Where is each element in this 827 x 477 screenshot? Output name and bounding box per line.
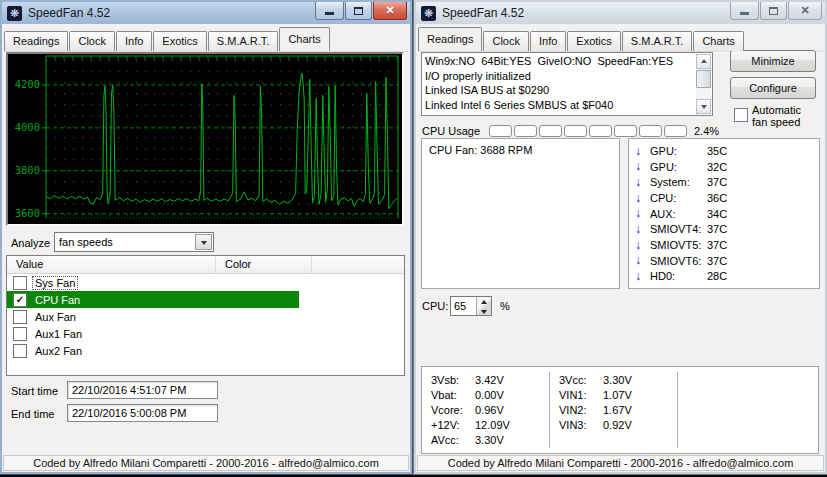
scrollbar[interactable] bbox=[696, 54, 711, 114]
down-arrow-icon: ↓ bbox=[635, 160, 650, 173]
close-icon: ✕ bbox=[385, 5, 394, 16]
voltage-value: 3.30V bbox=[475, 434, 504, 446]
voltage-label: VIN2: bbox=[559, 404, 603, 416]
titlebar[interactable]: ❋ SpeedFan 4.52 ✕ bbox=[2, 2, 410, 24]
window-client-area: ReadingsClockInfoExoticsS.M.A.R.T.Charts… bbox=[416, 24, 825, 472]
tab-info[interactable]: Info bbox=[116, 31, 152, 51]
chevron-down-icon bbox=[201, 241, 207, 248]
minimize-icon bbox=[325, 12, 334, 15]
tab-charts[interactable]: Charts bbox=[693, 31, 743, 51]
column-header-color[interactable]: Color bbox=[216, 256, 312, 273]
temperature-row: ↓SMIOVT4:37C bbox=[635, 221, 813, 237]
voltage-row: VIN2:1.67V bbox=[559, 402, 677, 417]
minimize-window-button[interactable] bbox=[730, 2, 759, 20]
cpu-usage-segment bbox=[489, 125, 512, 137]
tab-charts[interactable]: Charts bbox=[279, 27, 329, 51]
maximize-icon bbox=[354, 7, 363, 15]
column-header-blank[interactable] bbox=[312, 256, 404, 273]
log-line: Linked Intel 6 Series SMBUS at $F040 bbox=[425, 98, 695, 113]
temperature-value: 37C bbox=[707, 255, 727, 267]
temperature-value: 28C bbox=[707, 270, 727, 282]
voltage-label: AVcc: bbox=[431, 434, 475, 446]
speedfan-app-icon: ❋ bbox=[7, 6, 22, 21]
temperature-row: ↓GPU:35C bbox=[635, 143, 813, 159]
tab-exotics[interactable]: Exotics bbox=[567, 31, 620, 51]
svg-text:4200: 4200 bbox=[15, 78, 40, 90]
status-log[interactable]: Win9x:NO 64Bit:YES GiveIO:NO SpeedFan:YE… bbox=[421, 52, 713, 116]
down-arrow-icon: ↓ bbox=[635, 223, 650, 236]
list-item[interactable]: Aux Fan bbox=[7, 308, 404, 325]
scrollbar-thumb[interactable] bbox=[696, 70, 711, 88]
voltage-label: VIN3: bbox=[559, 419, 603, 431]
voltage-value: 0.96V bbox=[475, 404, 504, 416]
voltage-row: VIN1:1.07V bbox=[559, 387, 677, 402]
maximize-icon bbox=[769, 7, 778, 15]
tab-exotics[interactable]: Exotics bbox=[153, 31, 206, 51]
end-time-field[interactable]: 22/10/2016 5:00:08 PM bbox=[67, 404, 218, 422]
tab-info[interactable]: Info bbox=[530, 31, 566, 51]
combobox-dropdown-button[interactable] bbox=[195, 234, 212, 250]
automatic-fan-speed-checkbox[interactable] bbox=[734, 108, 748, 122]
analyze-combobox-value: fan speeds bbox=[55, 236, 195, 248]
temperature-panel: ↓GPU:35C↓GPU:32C↓System:37C↓CPU:36C↓AUX:… bbox=[628, 138, 820, 289]
analyze-combobox[interactable]: fan speeds bbox=[54, 232, 214, 252]
tab-readings[interactable]: Readings bbox=[4, 31, 68, 51]
voltage-column-2: 3Vcc:3.30VVIN1:1.07VVIN2:1.67VVIN3:0.92V bbox=[550, 372, 678, 448]
tab-smart[interactable]: S.M.A.R.T. bbox=[208, 31, 279, 51]
fan-speed-chart[interactable]: 3600380040004200 bbox=[8, 54, 402, 224]
voltage-row: AVcc:3.30V bbox=[431, 433, 549, 448]
temperature-row: ↓CPU:36C bbox=[635, 190, 813, 206]
minimize-window-button[interactable] bbox=[315, 2, 344, 20]
checkbox-checked[interactable]: ✓ bbox=[13, 293, 27, 307]
close-window-button[interactable]: ✕ bbox=[788, 2, 822, 20]
list-item[interactable]: Sys Fan bbox=[7, 274, 404, 291]
voltage-value: 1.07V bbox=[603, 389, 632, 401]
down-arrow-icon: ↓ bbox=[635, 145, 650, 158]
status-bar: Coded by Alfredo Milani Comparetti - 200… bbox=[417, 455, 824, 471]
maximize-window-button[interactable] bbox=[760, 2, 787, 20]
spinner-buttons bbox=[476, 297, 491, 315]
tab-smart[interactable]: S.M.A.R.T. bbox=[622, 31, 693, 51]
window-client-area: ReadingsClockInfoExoticsS.M.A.R.T.Charts… bbox=[2, 24, 410, 472]
start-time-label: Start time bbox=[11, 385, 58, 397]
list-item[interactable]: Aux2 Fan bbox=[7, 342, 404, 359]
configure-button[interactable]: Configure bbox=[730, 77, 816, 99]
list-item-selection: Aux2 Fan bbox=[7, 342, 299, 359]
list-item[interactable]: ✓CPU Fan bbox=[7, 291, 404, 308]
voltage-value: 3.30V bbox=[603, 374, 632, 386]
chevron-up-icon bbox=[701, 56, 707, 63]
column-header-value[interactable]: Value bbox=[7, 256, 216, 273]
temperature-label: SMIOVT4: bbox=[650, 223, 707, 235]
temperature-label: SMIOVT6: bbox=[650, 255, 707, 267]
voltage-row: +12V:12.09V bbox=[431, 418, 549, 433]
down-arrow-icon: ↓ bbox=[635, 239, 650, 252]
cpu-speed-value[interactable]: 65 bbox=[451, 297, 476, 315]
spin-down-button[interactable] bbox=[477, 307, 491, 317]
voltage-value: 0.00V bbox=[475, 389, 504, 401]
scroll-up-button[interactable] bbox=[696, 54, 711, 69]
cpu-speed-spinner[interactable]: 65 bbox=[450, 296, 492, 316]
checkbox-unchecked[interactable] bbox=[13, 327, 27, 341]
scroll-down-button[interactable] bbox=[696, 99, 711, 114]
tab-clock[interactable]: Clock bbox=[483, 31, 529, 51]
list-item-selection: Aux1 Fan bbox=[7, 325, 299, 342]
spin-up-button[interactable] bbox=[477, 297, 491, 307]
voltage-column-3 bbox=[678, 372, 818, 448]
minimize-button[interactable]: Minimize bbox=[730, 50, 816, 72]
maximize-window-button[interactable] bbox=[345, 2, 372, 20]
start-time-field[interactable]: 22/10/2016 4:51:07 PM bbox=[67, 381, 218, 399]
automatic-fan-speed-label: Automatic fan speed bbox=[752, 105, 818, 128]
tab-readings[interactable]: Readings bbox=[418, 27, 482, 51]
speedfan-readings-window: ❋ SpeedFan 4.52 ✕ ReadingsClockInfoExoti… bbox=[414, 0, 827, 474]
titlebar[interactable]: ❋ SpeedFan 4.52 ✕ bbox=[416, 2, 825, 24]
temperature-row: ↓HD0:28C bbox=[635, 269, 813, 285]
list-item[interactable]: Aux1 Fan bbox=[7, 325, 404, 342]
checkbox-unchecked[interactable] bbox=[13, 344, 27, 358]
checkbox-unchecked[interactable] bbox=[13, 310, 27, 324]
close-window-button[interactable]: ✕ bbox=[373, 2, 407, 20]
tab-clock[interactable]: Clock bbox=[69, 31, 115, 51]
tab-bar: ReadingsClockInfoExoticsS.M.A.R.T.Charts bbox=[4, 28, 408, 51]
checkbox-unchecked[interactable] bbox=[13, 276, 27, 290]
svg-text:3800: 3800 bbox=[15, 164, 40, 176]
voltage-row: Vbat:0.00V bbox=[431, 387, 549, 402]
